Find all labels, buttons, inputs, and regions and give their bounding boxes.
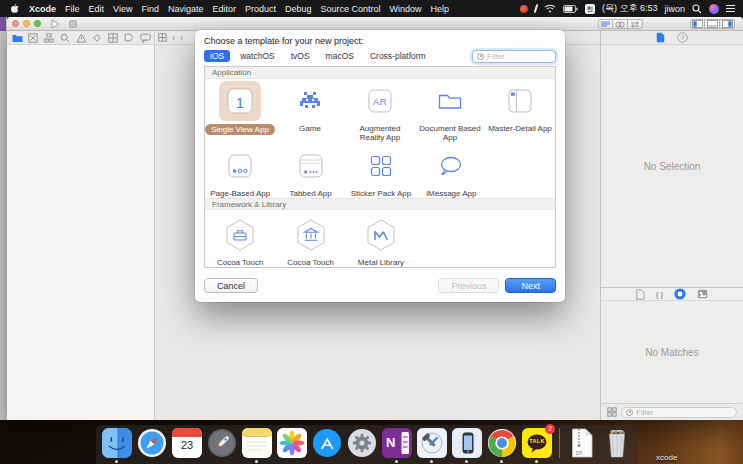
dock-item-zip-file[interactable]: ZIP <box>567 428 597 458</box>
close-window-button[interactable] <box>12 20 19 27</box>
menu-product[interactable]: Product <box>245 4 276 14</box>
window-toolbar <box>7 17 743 31</box>
menu-user-name[interactable]: jiwon <box>664 4 685 14</box>
stop-button[interactable] <box>69 20 77 28</box>
project-navigator-icon[interactable] <box>11 32 23 44</box>
tab-cross-platform[interactable]: Cross-platform <box>364 50 432 62</box>
template-game[interactable]: Game <box>275 81 345 142</box>
debug-panel-toggle[interactable] <box>705 19 720 29</box>
tab-tvos[interactable]: tvOS <box>285 50 316 62</box>
menu-window[interactable]: Window <box>390 4 422 14</box>
notification-center-icon[interactable] <box>726 5 735 12</box>
file-template-library-tab[interactable] <box>636 289 645 300</box>
navigator-panel[interactable] <box>7 45 155 420</box>
game-icon <box>289 81 331 121</box>
forward-button[interactable]: › <box>180 33 183 43</box>
template-tabbed-app[interactable]: ★ Tabbed App <box>275 146 345 198</box>
dock-item-system-preferences[interactable] <box>347 428 377 458</box>
source-control-navigator-icon[interactable] <box>27 32 39 44</box>
tab-ios[interactable]: iOS <box>204 50 230 62</box>
dock-item-app-store[interactable] <box>312 428 342 458</box>
template-document-based-app[interactable]: Document Based App <box>415 81 485 142</box>
menu-edit[interactable]: Edit <box>89 4 105 14</box>
navigator-panel-toggle[interactable] <box>690 19 705 29</box>
zoom-window-button[interactable] <box>34 20 41 27</box>
previous-button[interactable]: Previous <box>438 278 499 293</box>
menu-help[interactable]: Help <box>431 4 450 14</box>
input-source-icon[interactable]: 한 <box>585 4 595 14</box>
dock-item-safari[interactable] <box>137 428 167 458</box>
template-cocoa-touch-static-library[interactable]: Cocoa Touch Static Library <box>275 215 345 268</box>
dock-item-calendar[interactable]: 23 <box>172 428 202 458</box>
template-imessage-app[interactable]: iMessage App <box>416 146 486 198</box>
cancel-button[interactable]: Cancel <box>204 278 258 293</box>
menu-editor[interactable]: Editor <box>212 4 236 14</box>
related-items-icon[interactable] <box>158 33 167 42</box>
dock-item-finder[interactable] <box>102 428 132 458</box>
menu-view[interactable]: View <box>113 4 132 14</box>
template-metal-library[interactable]: Metal Library <box>346 215 416 268</box>
dock-item-simulator[interactable] <box>452 428 482 458</box>
running-indicator <box>430 460 433 463</box>
wifi-icon[interactable] <box>544 4 556 13</box>
version-editor-button[interactable] <box>628 19 643 29</box>
minimize-window-button[interactable] <box>23 20 30 27</box>
dock: 23 N <box>96 425 638 464</box>
dock-item-launchpad[interactable] <box>207 428 237 458</box>
media-library-tab[interactable] <box>697 289 708 299</box>
template-cocoa-touch-framework[interactable]: Cocoa Touch Framework <box>205 215 275 268</box>
apple-menu-icon[interactable] <box>10 3 20 14</box>
inspector-sidebar: ? No Selection { } No Matches <box>600 31 743 420</box>
object-library-tab[interactable] <box>674 288 686 300</box>
dock-item-notes[interactable] <box>242 428 272 458</box>
assistant-editor-button[interactable] <box>613 19 628 29</box>
code-snippet-library-tab[interactable]: { } <box>656 291 663 298</box>
dock-item-kakaotalk[interactable]: TALK 2 <box>522 428 552 458</box>
dock-item-xcode[interactable] <box>417 428 447 458</box>
platform-tab-bar: iOS watchOS tvOS macOS Cross-platform <box>204 49 556 63</box>
run-button[interactable] <box>51 19 60 29</box>
library-grid-toggle-icon[interactable] <box>607 407 617 417</box>
menu-debug[interactable]: Debug <box>285 4 312 14</box>
menu-find[interactable]: Find <box>141 4 159 14</box>
standard-editor-button[interactable] <box>598 19 613 29</box>
library-filter-input[interactable] <box>636 408 732 417</box>
inspector-panel-toggle[interactable] <box>720 19 735 29</box>
menu-app-name[interactable]: Xcode <box>29 4 56 14</box>
battery-icon[interactable] <box>563 5 578 13</box>
menu-source-control[interactable]: Source Control <box>321 4 381 14</box>
status-wand-icon[interactable] <box>534 4 539 13</box>
next-button[interactable]: Next <box>505 278 556 293</box>
spotlight-search-icon[interactable] <box>692 4 702 14</box>
dock-item-chrome[interactable] <box>487 428 517 458</box>
report-navigator-icon[interactable] <box>139 32 151 44</box>
breakpoint-navigator-icon[interactable] <box>123 32 135 44</box>
template-page-based-app[interactable]: Page-Based App <box>205 146 275 198</box>
template-sticker-pack-app[interactable]: Sticker Pack App <box>346 146 416 198</box>
library-filter-bar <box>601 403 743 420</box>
dock-item-trash[interactable] <box>602 428 632 458</box>
template-master-detail-app[interactable]: Master-Detail App <box>485 81 555 142</box>
status-red-icon[interactable] <box>520 5 528 13</box>
template-augmented-reality-app[interactable]: AR Augmented Reality App <box>345 81 415 142</box>
template-filter-input[interactable] <box>487 52 551 61</box>
quick-help-inspector-tab[interactable]: ? <box>677 32 688 43</box>
menu-file[interactable]: File <box>65 4 80 14</box>
file-inspector-tab[interactable] <box>656 32 665 43</box>
find-navigator-icon[interactable] <box>59 32 71 44</box>
dock-item-onenote[interactable]: N <box>382 428 412 458</box>
menu-clock[interactable]: (목) 오후 6:53 <box>602 2 658 15</box>
back-button[interactable]: ‹ <box>172 33 175 43</box>
tab-macos[interactable]: macOS <box>320 50 360 62</box>
siri-icon[interactable] <box>709 4 719 14</box>
test-navigator-icon[interactable] <box>91 32 103 44</box>
desktop-file-label[interactable]: xcode <box>656 453 677 462</box>
debug-navigator-icon[interactable] <box>107 32 119 44</box>
tab-watchos[interactable]: watchOS <box>234 50 281 62</box>
menu-navigate[interactable]: Navigate <box>168 4 204 14</box>
running-indicator <box>535 460 538 463</box>
symbol-navigator-icon[interactable] <box>43 32 55 44</box>
dock-item-photos[interactable] <box>277 428 307 458</box>
template-single-view-app[interactable]: 1 Single View App <box>205 81 275 142</box>
issue-navigator-icon[interactable] <box>75 32 87 44</box>
